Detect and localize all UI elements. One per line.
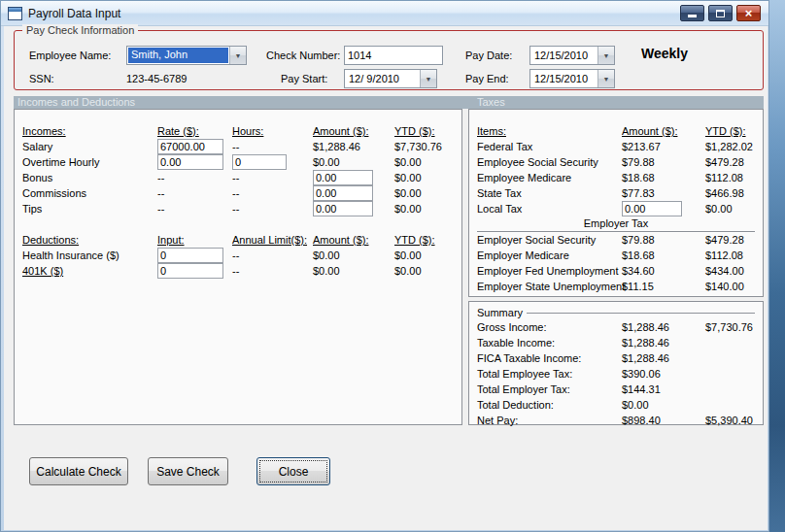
- tax-row-employer-state-unemployment: Employer State Unemployment $11.15 $140.…: [477, 279, 763, 294]
- ytd-cell: $0.00: [394, 187, 461, 199]
- rate-cell: --: [157, 203, 232, 215]
- row-label: Health Insurance ($): [22, 249, 157, 261]
- summary-panel: Summary Gross Income: $1,288.46 $7,730.7…: [468, 301, 764, 425]
- rate-cell: --: [157, 172, 232, 183]
- commissions-amount-input[interactable]: [313, 185, 373, 201]
- pay-start-label: Pay Start:: [281, 73, 327, 84]
- pay-date-label: Pay Date:: [465, 50, 512, 61]
- section-header-bar: Incomes and Deductions Taxes: [14, 96, 764, 109]
- income-row-bonus: Bonus -- -- $0.00: [22, 170, 461, 185]
- save-check-button[interactable]: Save Check: [148, 457, 228, 485]
- deductions-header: Deductions:: [22, 234, 157, 246]
- amount-cell: [622, 201, 705, 216]
- salary-rate-input[interactable]: [157, 139, 223, 154]
- summary-row-gross-income: Gross Income: $1,288.46 $7,730.76: [477, 319, 763, 335]
- ssn-value: 123-45-6789: [126, 73, 187, 84]
- pay-start-datepicker[interactable]: 12/ 9/2010 ▼: [344, 69, 437, 88]
- taxes-panel: Items: Amount ($): YTD ($): Federal Tax …: [468, 109, 764, 297]
- ytd-cell: $7,730.76: [394, 141, 461, 152]
- input-cell: [157, 263, 232, 279]
- hours-cell: [232, 154, 313, 170]
- overtime-hours-input[interactable]: [232, 154, 287, 170]
- row-label: Employer Fed Unemployment: [477, 265, 622, 277]
- pay-start-dropdown-button[interactable]: ▼: [420, 70, 436, 87]
- ytd-cell: $0.00: [394, 265, 461, 277]
- pay-end-datepicker[interactable]: 12/15/2010 ▼: [529, 69, 615, 88]
- tax-row-employer-social-security: Employer Social Security $79.88 $479.28: [477, 232, 763, 248]
- employer-tax-header: Employer Tax: [584, 217, 648, 229]
- close-window-button[interactable]: ×: [736, 5, 761, 21]
- pay-start-value: 12/ 9/2010: [345, 73, 420, 84]
- row-label: Overtime Hourly: [22, 156, 157, 168]
- app-icon: [8, 7, 22, 20]
- hours-cell: --: [232, 203, 313, 215]
- employee-name-dropdown-button[interactable]: ▼: [229, 47, 246, 64]
- desktop-background: [769, 0, 785, 532]
- incomes-deductions-panel: Incomes: Rate ($): Hours: Amount ($): YT…: [14, 109, 462, 425]
- hours-cell: --: [232, 141, 313, 152]
- row-label: Local Tax: [477, 203, 622, 215]
- ytd-cell: $0.00: [394, 203, 461, 215]
- hours-cell: --: [232, 172, 313, 183]
- row-label: Salary: [22, 141, 157, 152]
- client-area: Pay Check Information Employee Name: Smi…: [4, 26, 768, 530]
- row-label: State Tax: [477, 187, 622, 199]
- maximize-button[interactable]: [708, 5, 733, 21]
- amount-cell: $1,288.46: [622, 337, 705, 349]
- k401-input[interactable]: [157, 263, 223, 279]
- pay-date-datepicker[interactable]: 12/15/2010 ▼: [529, 46, 615, 65]
- hours-header: Hours:: [232, 125, 313, 137]
- calculate-check-button[interactable]: Calculate Check: [29, 457, 128, 485]
- close-icon: ×: [745, 7, 753, 19]
- summary-legend-line: [527, 313, 755, 314]
- amount-cell: $1,288.46: [313, 141, 394, 152]
- ytd-cell: $5,390.40: [705, 415, 763, 426]
- amount-cell: $0.00: [313, 249, 394, 261]
- employee-name-value: Smith, John: [128, 48, 228, 63]
- check-number-field-wrap: [344, 46, 443, 65]
- amount-cell: $34.60: [622, 265, 705, 277]
- amount-cell: $77.83: [622, 187, 705, 199]
- local-tax-input[interactable]: [622, 201, 682, 216]
- tax-row-employee-social-security: Employee Social Security $79.88 $479.28: [477, 154, 763, 170]
- maximize-icon: [716, 10, 725, 17]
- amount-cell: $898.40: [622, 415, 705, 426]
- section-incomes-deductions-label: Incomes and Deductions: [17, 96, 135, 109]
- chevron-down-icon: ▼: [603, 76, 610, 83]
- income-row-commissions: Commissions -- -- $0.00: [22, 185, 461, 201]
- amount-cell: [313, 185, 394, 201]
- pay-end-dropdown-button[interactable]: ▼: [597, 70, 614, 87]
- titlebar: Payroll Data Input ×: [1, 1, 768, 26]
- summary-row-taxable-income: Taxable Income: $1,288.46: [477, 335, 763, 350]
- tips-amount-input[interactable]: [313, 201, 373, 216]
- close-button[interactable]: Close: [256, 457, 330, 485]
- summary-legend: Summary: [477, 307, 523, 318]
- health-insurance-input[interactable]: [157, 248, 223, 263]
- rate-cell: [157, 154, 232, 170]
- employer-tax-divider: Employer Tax: [477, 216, 755, 232]
- limit-cell: --: [232, 265, 313, 277]
- check-number-label: Check Number:: [266, 50, 340, 61]
- pay-date-dropdown-button[interactable]: ▼: [597, 47, 614, 64]
- ytd-cell: $112.08: [705, 249, 763, 261]
- row-label: Tips: [22, 203, 157, 215]
- minimize-button[interactable]: [680, 5, 704, 21]
- amount-cell: $0.00: [313, 156, 394, 168]
- ytd-cell: $140.00: [705, 281, 763, 292]
- ssn-label: SSN:: [29, 73, 54, 84]
- bonus-amount-input[interactable]: [313, 170, 373, 185]
- row-label: Employee Medicare: [477, 172, 622, 183]
- overtime-rate-input[interactable]: [157, 154, 223, 170]
- section-taxes-label: Taxes: [477, 96, 505, 109]
- row-label: Total Employer Tax:: [477, 383, 622, 395]
- row-label: Taxable Income:: [477, 337, 622, 349]
- employee-name-combobox[interactable]: Smith, John ▼: [126, 46, 247, 65]
- check-number-input[interactable]: [345, 50, 442, 61]
- tax-row-state: State Tax $77.83 $466.98: [477, 185, 763, 201]
- tax-row-employer-medicare: Employer Medicare $18.68 $112.08: [477, 248, 763, 263]
- screen: Payroll Data Input × Pay Check Informati…: [0, 0, 785, 532]
- row-label: Employee Social Security: [477, 156, 622, 168]
- amount-cell: $390.06: [622, 368, 705, 380]
- chevron-down-icon: ▼: [603, 52, 610, 59]
- ytd-cell: $0.00: [394, 156, 461, 168]
